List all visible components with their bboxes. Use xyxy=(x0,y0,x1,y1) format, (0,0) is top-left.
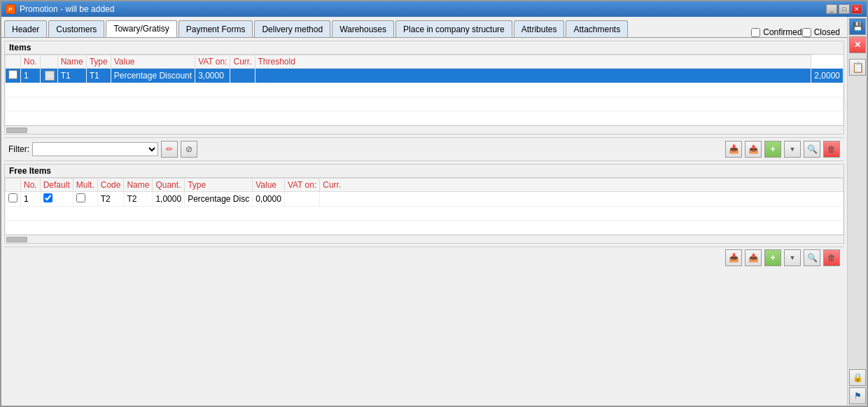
bottom-export-button[interactable]: 📤 xyxy=(745,249,762,266)
confirmed-option[interactable]: Confirmed xyxy=(751,27,802,37)
fi-col-name: Name xyxy=(124,179,153,192)
closed-checkbox[interactable] xyxy=(802,28,811,37)
free-items-panel: Free Items No. Default Mult. Code xyxy=(4,164,844,244)
bottom-import-icon: 📥 xyxy=(729,253,739,263)
confirmed-checkbox[interactable] xyxy=(751,28,760,37)
import-button[interactable]: 📥 xyxy=(725,141,742,158)
tab-header[interactable]: Header xyxy=(4,20,47,37)
table-row[interactable]: 1 − T1 T1 Percentage Discount 3,0000 2,0… xyxy=(6,69,844,83)
save-button[interactable]: 💾 xyxy=(849,18,866,35)
cell-curr xyxy=(255,69,811,83)
cell-value-type: Percentage Discount xyxy=(111,69,195,83)
filter-edit-button[interactable]: ✏ xyxy=(161,141,178,158)
eraser-icon: ⊘ xyxy=(186,144,192,154)
add-sub-button[interactable]: ▼ xyxy=(784,141,801,158)
table-row[interactable]: 1 T2 T2 1,0000 Percentage Disc 0,0000 xyxy=(6,192,844,207)
fi-col-default: Default xyxy=(40,179,73,192)
free-items-header: Free Items xyxy=(5,165,844,178)
tab-place-company[interactable]: Place in company structure xyxy=(396,20,512,37)
fi-cell-check xyxy=(6,192,21,207)
col-name: Name xyxy=(57,55,86,69)
window-controls: _ □ ✕ xyxy=(826,4,862,14)
delete-button[interactable]: 🗑 xyxy=(823,141,840,158)
filter-dropdown[interactable] xyxy=(32,142,158,156)
export-icon: 📤 xyxy=(748,144,759,154)
export-button[interactable]: 📤 xyxy=(745,141,762,158)
app-icon: P xyxy=(6,4,15,14)
flag-button[interactable]: ⚑ xyxy=(849,387,866,404)
items-table-scroll[interactable]: No. Name Type Value VAT on: Curr. Thresh… xyxy=(5,55,844,125)
bottom-search-icon: 🔍 xyxy=(807,253,818,263)
fi-row-checkbox[interactable] xyxy=(8,193,18,202)
add-button[interactable]: + xyxy=(764,141,781,158)
fi-cell-no: 1 xyxy=(21,192,41,207)
fi-col-check xyxy=(6,179,21,192)
bottom-add-button[interactable]: + xyxy=(764,249,781,266)
minimize-button[interactable]: _ xyxy=(826,4,837,14)
tab-attributes[interactable]: Attributes xyxy=(514,20,565,37)
fi-default-checkbox[interactable] xyxy=(43,193,52,202)
tab-customers[interactable]: Customers xyxy=(48,20,104,37)
items-panel: Items No. Name Type Val xyxy=(4,41,844,134)
free-items-scrollbar[interactable] xyxy=(5,235,844,243)
items-scrollbar[interactable] xyxy=(5,125,844,134)
cell-check xyxy=(6,69,21,83)
delete-icon: ✕ xyxy=(854,40,861,50)
bottom-import-button[interactable]: 📥 xyxy=(725,249,742,266)
cell-name: T1 xyxy=(57,69,86,83)
tab-delivery-method[interactable]: Delivery method xyxy=(254,20,330,37)
fi-cell-quant: 1,0000 xyxy=(153,192,185,207)
copy-button[interactable]: 📋 xyxy=(849,59,866,76)
search-button[interactable]: 🔍 xyxy=(804,141,820,158)
bottom-delete-button[interactable]: 🗑 xyxy=(823,249,840,266)
right-toolbar: 💾 ✕ 📋 🔒 ⚑ xyxy=(847,17,867,406)
row-checkbox[interactable] xyxy=(8,70,18,79)
fi-cell-code: T2 xyxy=(97,192,124,207)
bottom-export-icon: 📤 xyxy=(748,253,759,263)
fi-cell-curr xyxy=(320,192,844,207)
cell-vat xyxy=(230,69,255,83)
add-icon: + xyxy=(770,144,775,154)
fi-cell-value: 0,0000 xyxy=(253,192,285,207)
fi-col-quant: Quant. xyxy=(153,179,185,192)
main-window: P Promotion - will be added _ □ ✕ Header… xyxy=(0,0,868,407)
fi-col-value: Value xyxy=(253,179,285,192)
free-items-table: No. Default Mult. Code Name Quant. Type … xyxy=(5,178,844,235)
close-button[interactable]: ✕ xyxy=(851,4,862,14)
table-row-empty xyxy=(6,83,844,97)
col-threshold: Threshold xyxy=(255,55,811,69)
bottom-trash-icon: 🗑 xyxy=(827,253,836,263)
free-scrollbar-thumb[interactable] xyxy=(6,237,27,242)
fi-col-vat: VAT on: xyxy=(284,179,319,192)
lock-button[interactable]: 🔒 xyxy=(849,369,866,386)
cell-type: T1 xyxy=(86,69,111,83)
filter-bar: Filter: ✏ ⊘ 📥 📤 + xyxy=(4,137,844,161)
tab-warehouses[interactable]: Warehouses xyxy=(332,20,394,37)
free-items-table-scroll[interactable]: No. Default Mult. Code Name Quant. Type … xyxy=(5,178,844,235)
fi-mult-checkbox[interactable] xyxy=(76,193,85,202)
right-delete-button[interactable]: ✕ xyxy=(849,36,866,53)
fi-col-type: Type xyxy=(185,179,253,192)
maximize-button[interactable]: □ xyxy=(839,4,850,14)
bottom-search-button[interactable]: 🔍 xyxy=(804,249,820,266)
scrollbar-thumb[interactable] xyxy=(6,127,27,133)
bottom-add-sub-button[interactable]: ▼ xyxy=(784,249,801,266)
tab-payment-forms[interactable]: Payment Forms xyxy=(178,20,253,37)
minus-button[interactable]: − xyxy=(45,71,55,81)
save-icon: 💾 xyxy=(853,22,863,32)
closed-option[interactable]: Closed xyxy=(802,27,840,37)
table-row-empty xyxy=(6,111,844,125)
cell-threshold: 2,0000 xyxy=(811,69,844,83)
main-content: Header Customers Towary/Gratisy Payment … xyxy=(1,17,847,406)
table-row-empty xyxy=(6,97,844,111)
filter-label: Filter: xyxy=(8,144,29,154)
filter-clear-button[interactable]: ⊘ xyxy=(181,141,197,158)
fi-cell-default xyxy=(40,192,73,207)
tab-attachments[interactable]: Attachments xyxy=(566,20,628,37)
tab-towary-gratisy[interactable]: Towary/Gratisy xyxy=(106,20,176,37)
table-row-empty xyxy=(6,221,844,235)
fi-cell-vat xyxy=(284,192,319,207)
fi-cell-name: T2 xyxy=(124,192,153,207)
col-spacer xyxy=(40,55,57,69)
cell-value: 3,0000 xyxy=(195,69,230,83)
